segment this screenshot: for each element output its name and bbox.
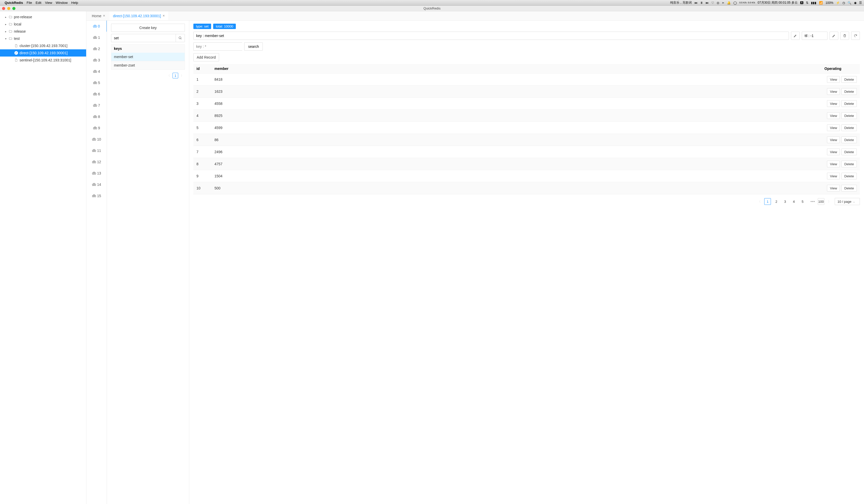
view-button[interactable]: View — [827, 76, 840, 83]
members-page[interactable]: 1 — [764, 198, 771, 205]
menu-view[interactable]: View — [45, 1, 52, 5]
delete-button[interactable]: Delete — [841, 136, 857, 143]
target-icon[interactable]: ◎ — [717, 1, 719, 5]
add-record-button[interactable]: Add Record — [193, 53, 219, 61]
prev-track-icon[interactable]: ⏮ — [694, 1, 697, 5]
db-item[interactable]: db 8 — [86, 111, 107, 122]
db-item[interactable]: db 0 — [86, 21, 107, 32]
page-size-select[interactable]: 10 / page ⌄ — [835, 198, 860, 205]
member-search-button[interactable]: search — [244, 42, 263, 51]
db-item[interactable]: db 14 — [86, 179, 107, 190]
view-button[interactable]: View — [827, 149, 840, 155]
tree-folder[interactable]: ▾test — [0, 35, 86, 42]
members-page-last[interactable]: 100 — [818, 198, 824, 205]
expand-arrow-icon[interactable]: ▸ — [5, 23, 9, 26]
tree-connection[interactable]: cluster-[150.109.42.193:7001] — [0, 42, 86, 49]
view-button[interactable]: View — [827, 161, 840, 167]
menu-help[interactable]: Help — [71, 1, 78, 5]
db-item[interactable]: db 9 — [86, 122, 107, 134]
tree-folder[interactable]: ▸pre-release — [0, 13, 86, 21]
pause-icon[interactable]: ⏸ — [700, 1, 703, 5]
db-item[interactable]: db 13 — [86, 168, 107, 179]
keys-next-page[interactable]: 〉 — [180, 74, 185, 78]
db-item[interactable]: db 2 — [86, 43, 107, 54]
tab[interactable]: direct-[150.109.42.193:30001]✕ — [110, 11, 168, 20]
control-center-icon[interactable]: ☰ — [859, 1, 862, 5]
delete-button[interactable]: Delete — [841, 173, 857, 180]
keys-prev-page[interactable]: 〈 — [166, 74, 171, 78]
members-next-page[interactable]: 〉 — [827, 199, 832, 204]
db-item[interactable]: db 7 — [86, 100, 107, 111]
create-key-button[interactable]: Create key — [111, 24, 185, 32]
members-prev-page[interactable]: 〈 — [756, 199, 762, 204]
tab[interactable]: Home✕ — [88, 11, 108, 20]
delete-button[interactable]: Delete — [841, 76, 857, 83]
delete-button[interactable]: Delete — [841, 112, 857, 119]
expand-arrow-icon[interactable]: ▾ — [5, 37, 9, 40]
expand-arrow-icon[interactable]: ▸ — [5, 30, 9, 33]
close-tab-icon[interactable]: ✕ — [103, 14, 105, 17]
db-item[interactable]: db 3 — [86, 54, 107, 66]
db-item[interactable]: db 15 — [86, 190, 107, 201]
key-search-input[interactable] — [111, 34, 176, 42]
view-button[interactable]: View — [827, 185, 840, 192]
keys-page-1[interactable]: 1 — [172, 73, 178, 78]
spotlight-icon[interactable]: 🔍 — [848, 1, 851, 5]
key-name-input[interactable] — [193, 32, 789, 40]
input-a-icon[interactable]: A — [800, 1, 804, 4]
tree-folder[interactable]: ▸local — [0, 21, 86, 28]
members-page[interactable]: 2 — [773, 198, 780, 205]
members-page[interactable]: 3 — [782, 198, 789, 205]
menu-window[interactable]: Window — [56, 1, 68, 5]
menu-file[interactable]: File — [27, 1, 32, 5]
db-item[interactable]: db 11 — [86, 145, 107, 156]
db-item[interactable]: db 6 — [86, 88, 107, 100]
db-item[interactable]: db 12 — [86, 156, 107, 168]
view-button[interactable]: View — [827, 112, 840, 119]
siri-icon[interactable]: ◉ — [854, 1, 856, 5]
menu-edit[interactable]: Edit — [36, 1, 41, 5]
send-icon[interactable]: ➣ — [722, 1, 724, 5]
db-item[interactable]: db 10 — [86, 134, 107, 145]
view-button[interactable]: View — [827, 88, 840, 95]
wifi-icon[interactable]: 📶 — [819, 1, 823, 5]
key-item[interactable]: member-zset — [111, 61, 184, 70]
close-window-button[interactable] — [2, 7, 5, 10]
heart-icon[interactable]: ♡ — [711, 1, 714, 5]
member-search-input[interactable] — [193, 42, 242, 51]
delete-button[interactable]: Delete — [841, 88, 857, 95]
edit-ttl-button[interactable] — [830, 32, 838, 40]
view-button[interactable]: View — [827, 136, 840, 143]
delete-button[interactable]: Delete — [841, 124, 857, 131]
bell-icon[interactable]: 🔔 — [727, 1, 731, 5]
tree-connection[interactable]: ✓direct-[150.109.42.193:30001] — [0, 49, 86, 57]
menubar-app-name[interactable]: QuickRedis — [5, 1, 23, 5]
tree-folder[interactable]: ▸release — [0, 28, 86, 35]
members-page[interactable]: 4 — [791, 198, 797, 205]
delete-button[interactable]: Delete — [841, 161, 857, 167]
battery-icon[interactable]: ▮▮▮ — [811, 1, 816, 5]
db-item[interactable]: db 1 — [86, 32, 107, 43]
delete-button[interactable]: Delete — [841, 149, 857, 155]
next-track-icon[interactable]: ⏭ — [706, 1, 709, 5]
delete-button[interactable]: Delete — [841, 185, 857, 192]
edit-key-button[interactable] — [791, 32, 800, 40]
ttl-input[interactable] — [802, 32, 828, 40]
clock-icon[interactable]: ◷ — [842, 1, 845, 5]
delete-key-button[interactable] — [840, 32, 849, 40]
db-item[interactable]: db 5 — [86, 77, 107, 88]
circle-icon[interactable]: ◯ — [733, 1, 737, 5]
maximize-window-button[interactable] — [12, 7, 15, 10]
refresh-button[interactable] — [851, 32, 860, 40]
view-button[interactable]: View — [827, 100, 840, 107]
close-tab-icon[interactable]: ✕ — [163, 14, 165, 17]
minimize-window-button[interactable] — [7, 7, 10, 10]
bluetooth-icon[interactable]: ⇅ — [806, 1, 808, 5]
view-button[interactable]: View — [827, 173, 840, 180]
tree-connection[interactable]: sentinel-[150.109.42.193:31001] — [0, 57, 86, 64]
key-item[interactable]: member-set — [111, 53, 184, 61]
expand-arrow-icon[interactable]: ▸ — [5, 16, 9, 19]
delete-button[interactable]: Delete — [841, 100, 857, 107]
members-page[interactable]: 5 — [799, 198, 806, 205]
db-item[interactable]: db 4 — [86, 66, 107, 77]
